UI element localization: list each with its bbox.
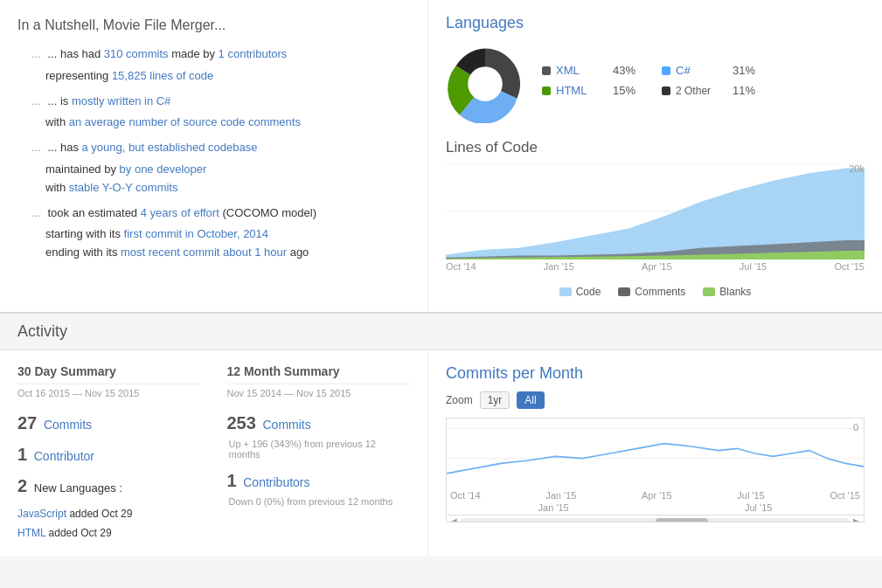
commits-link[interactable]: 310 commits [104, 47, 169, 60]
zoom-all-btn[interactable]: All [517, 391, 544, 409]
commits-chart-area: 0 Oct '14 Jan '15 Apr '15 Jul '15 Oct '1… [446, 418, 865, 522]
lang-html: HTML added Oct 29 [17, 524, 201, 543]
commits-chart-svg [447, 419, 864, 488]
scroll-track[interactable] [461, 518, 850, 523]
xaxis-oct15: Oct '15 [834, 261, 865, 272]
js-note: added Oct 29 [69, 508, 132, 520]
codebase-link[interactable]: a young, but established codebase [82, 141, 258, 154]
lang-content: XML 43% HTML 15% C# 31% [446, 45, 865, 123]
sub-jan15: Jan '15 [538, 502, 569, 513]
legend-code-box [559, 287, 572, 296]
legend-comments-label: Comments [635, 286, 685, 298]
loc-chart-area: 20k Oct '14 Jan '15 Apr '15 [446, 163, 865, 277]
contributors-link[interactable]: 1 contributors [219, 47, 288, 60]
xml-pct: 43% [613, 64, 635, 77]
thirty-contrib-line: 1 Contributor [17, 439, 201, 470]
dev-link[interactable]: by one developer [120, 163, 207, 176]
summary-panel: 30 Day Summary Oct 16 2015 — Nov 15 2015… [0, 350, 428, 557]
commits-xaxis: Oct '14 Jan '15 Apr '15 Jul '15 Oct '15 [447, 488, 864, 502]
new-lang-list: JavaScript added Oct 29 HTML added Oct 2… [17, 505, 201, 543]
twelve-contrib-note: Down 0 (0%) from previous 12 months [229, 496, 411, 507]
legend-blanks-box [703, 287, 715, 296]
thirty-day-label: 30 Day Summary [17, 364, 201, 384]
thirty-commits-link[interactable]: Commits [44, 418, 92, 432]
thirty-lang-line: 2 New Languages : [17, 470, 201, 502]
thirty-day-dates: Oct 16 2015 — Nov 15 2015 [17, 388, 201, 398]
languages-panel: Languages [428, 0, 882, 312]
nutshell-line1b: representing 15,825 lines of code [17, 67, 410, 86]
yoy-link[interactable]: stable Y-O-Y commits [69, 181, 178, 194]
legend-code: Code [559, 286, 601, 298]
xaxis-jul15: Jul '15 [740, 261, 767, 272]
scroll-right-arrow[interactable]: ▶ [850, 516, 864, 522]
lang-row-other: 2 Other 11% [662, 84, 755, 97]
other-name: 2 Other [676, 85, 724, 97]
average-link[interactable]: an average number of source code comment… [69, 115, 301, 128]
scroll-thumb[interactable] [656, 518, 708, 523]
legend-blanks-label: Blanks [719, 286, 751, 298]
twelve-contrib-link[interactable]: Contributors [243, 475, 309, 489]
zoom-1yr-btn[interactable]: 1yr [480, 391, 510, 409]
cs-name: C# [676, 64, 724, 77]
activity-header: Activity [0, 313, 882, 350]
loc-title: Lines of Code [446, 139, 865, 156]
legend-comments: Comments [618, 286, 685, 298]
thirty-contrib-link[interactable]: Contributor [34, 449, 94, 463]
thirty-commits-num: 27 [17, 413, 37, 432]
summary-grid: 30 Day Summary Oct 16 2015 — Nov 15 2015… [17, 364, 410, 543]
commits-apr15: Apr '15 [642, 490, 672, 501]
legend-blanks: Blanks [703, 286, 751, 298]
commits-oct14: Oct '14 [450, 490, 481, 501]
loc-link[interactable]: 15,825 lines of code [112, 69, 213, 82]
html-note: added Oct 29 [49, 527, 112, 539]
js-link[interactable]: JavaScript [17, 508, 66, 520]
chart-legend: Code Comments Blanks [446, 286, 865, 298]
nutshell-line4: ... took an estimated 4 years of effort … [17, 204, 410, 223]
thirty-contrib-num: 1 [17, 445, 27, 464]
nutshell-line2b: with an average number of source code co… [17, 114, 410, 132]
lang-col-right: C# 31% 2 Other 11% [662, 64, 755, 104]
scroll-left-arrow[interactable]: ◀ [447, 516, 461, 522]
nutshell-line2: ... ... is mostly written in C# [17, 93, 410, 111]
zoom-bar: Zoom 1yr All [446, 391, 865, 409]
lang-js: JavaScript added Oct 29 [17, 505, 201, 524]
other-pct: 11% [733, 84, 755, 97]
commits-jul15: Jul '15 [737, 490, 764, 501]
commits-sub-xaxis: Jan '15 Jul '15 [447, 502, 864, 513]
language-pie-chart [446, 45, 524, 123]
twelve-commits-num: 253 [227, 413, 256, 432]
commits-oct15: Oct '15 [830, 490, 860, 501]
first-commit-link[interactable]: first commit in October, 2014 [124, 227, 268, 240]
ellipsis: ... [31, 47, 41, 60]
twelve-commits-note: Up + 196 (343%) from previous 12 months [229, 439, 411, 460]
thirty-lang-num: 2 [17, 476, 27, 495]
xml-name: XML [556, 64, 604, 77]
nutshell-line4b: starting with its first commit in Octobe… [17, 225, 410, 244]
twelve-commits-line: 253 Commits [227, 407, 411, 439]
commits-scrollbar[interactable]: ◀ ▶ [447, 515, 864, 522]
loc-chart-svg [446, 163, 865, 259]
nutshell-line3b: maintained by by one developer [17, 161, 410, 179]
other-color [662, 86, 670, 95]
lang-table-wrapper: XML 43% HTML 15% C# 31% [542, 64, 865, 104]
thirty-commits-line: 27 Commits [17, 407, 201, 439]
activity-section: 30 Day Summary Oct 16 2015 — Nov 15 2015… [0, 350, 882, 557]
nutshell-made-by: made by [171, 47, 218, 60]
twelve-commits-link[interactable]: Commits [263, 418, 311, 432]
twelve-month-dates: Nov 15 2014 — Nov 15 2015 [227, 388, 411, 398]
twelve-contrib-line: 1 Contributors [227, 465, 411, 496]
twelve-month-label: 12 Month Summary [227, 364, 411, 384]
lang-col-left: XML 43% HTML 15% [542, 64, 635, 104]
chart-xaxis: Oct '14 Jan '15 Apr '15 Jul '15 Oct '15 [446, 259, 865, 272]
effort-link[interactable]: 4 years of effort [141, 206, 219, 219]
recent-commit-link[interactable]: most recent commit about 1 hour [121, 246, 287, 259]
written-link[interactable]: mostly written in C# [72, 94, 170, 107]
nutshell-line3: ... ... has a young, but established cod… [17, 139, 410, 157]
html-name: HTML [556, 84, 604, 97]
sub-jul15: Jul '15 [745, 502, 772, 513]
html-pct: 15% [613, 84, 635, 97]
nutshell-line4c: ending with its most recent commit about… [17, 244, 410, 262]
html-link[interactable]: HTML [17, 527, 45, 539]
languages-title: Languages [446, 14, 865, 32]
xaxis-jan15: Jan '15 [544, 261, 574, 272]
